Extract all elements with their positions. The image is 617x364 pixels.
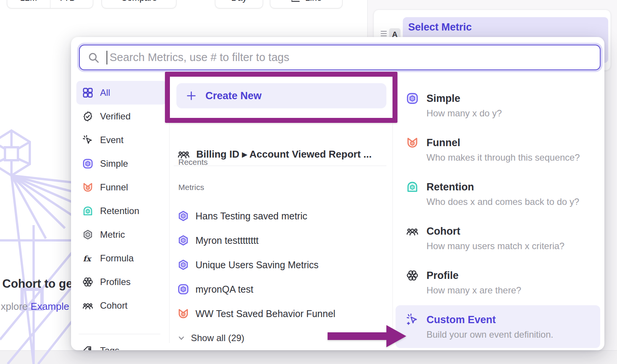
type-simple[interactable]: SimpleHow many x do y? [396, 76, 600, 121]
svg-text:fx: fx [83, 254, 92, 263]
type-profile[interactable]: ProfileHow many x are there? [396, 253, 600, 298]
compare-button[interactable]: Compare [102, 0, 176, 8]
cohort-people-icon [405, 225, 419, 238]
saved-metric-icon [177, 259, 189, 271]
profiles-flower-icon [82, 276, 94, 288]
empty-state-subtext: xplore Example R [1, 301, 79, 312]
retention-metric-icon [82, 205, 94, 217]
chevron-down-icon [177, 334, 186, 342]
section-divider [174, 166, 386, 166]
empty-state-heading: Cohort to ge [2, 277, 73, 291]
category-profiles[interactable]: Profiles [76, 270, 166, 294]
type-funnel[interactable]: FunnelWho makes it through this sequence… [396, 121, 600, 165]
bottom-section-background [0, 350, 617, 364]
metric-search-bar[interactable] [79, 45, 601, 70]
metric-item[interactable]: Myron testttttttt [177, 228, 391, 253]
simple-metric-icon [177, 283, 189, 295]
recent-item-label: Billing ID ▸ Account Viewed Report ... [196, 148, 371, 160]
saved-metric-icon [177, 234, 189, 246]
metric-picker-screen: Cohort to ge xplore Example R 12M YTD Co… [0, 0, 617, 364]
metric-item[interactable]: myronQA test [177, 277, 391, 301]
category-funnel[interactable]: Funnel [76, 176, 166, 199]
granularity-day-button[interactable]: Day [215, 0, 263, 8]
saved-metric-icon [177, 210, 189, 222]
category-retention[interactable]: Retention [76, 199, 166, 223]
sidebar-divider [79, 334, 160, 334]
type-custom-event[interactable]: Custom EventBuild your own event definit… [396, 298, 600, 342]
formula-icon: fx [82, 253, 94, 264]
type-cohort[interactable]: CohortHow many users match x criteria? [396, 209, 600, 253]
recent-item-billing[interactable]: Billing ID ▸ Account Viewed Report ... [177, 142, 371, 166]
chevron-down-icon [79, 0, 85, 1]
category-cohort[interactable]: Cohort [76, 294, 166, 317]
search-icon [87, 52, 100, 64]
cohort-people-icon [177, 148, 190, 161]
hexagon-metric-icon [82, 229, 94, 240]
event-cursor-icon [82, 134, 94, 146]
category-simple[interactable]: Simple [76, 152, 166, 176]
range-12m-button[interactable]: 12M [7, 0, 50, 8]
category-verified[interactable]: Verified [76, 105, 166, 128]
category-event[interactable]: Event [76, 128, 166, 152]
metric-item[interactable]: Unique Users Saving Metrics [177, 253, 391, 277]
select-metric-label: Select Metric [408, 21, 608, 33]
category-formula[interactable]: fx Formula [76, 246, 166, 270]
metric-type-list: SimpleHow many x do y? FunnelWho makes i… [396, 76, 600, 342]
search-input[interactable] [110, 51, 592, 64]
wireframe-illustration [0, 126, 73, 364]
funnel-metric-icon [405, 136, 419, 149]
annotation-arrow [327, 324, 408, 348]
simple-metric-icon [405, 92, 419, 105]
explore-text: xplore [1, 301, 31, 312]
funnel-metric-icon [82, 182, 94, 193]
cohort-people-icon [82, 300, 94, 311]
category-all[interactable]: All [76, 81, 166, 105]
category-tags[interactable]: Tags [76, 339, 166, 350]
funnel-metric-icon [177, 308, 189, 320]
tag-icon [82, 345, 94, 350]
metric-item[interactable]: Hans Testing saved metric [177, 204, 391, 228]
profiles-flower-icon [405, 269, 419, 282]
type-retention[interactable]: RetentionWho does x and comes back to do… [396, 165, 600, 209]
chart-type-line-button[interactable]: Line [270, 0, 342, 8]
range-ytd-button[interactable]: YTD [50, 0, 93, 8]
metric-item[interactable]: WW Test Saved Behavior Funnel [177, 301, 391, 326]
line-chart-icon [291, 0, 300, 3]
category-metric[interactable]: Metric [76, 223, 166, 246]
text-cursor [107, 51, 107, 64]
retention-metric-icon [405, 180, 419, 193]
annotation-highlight-box [165, 72, 397, 123]
category-sidebar: All Verified Event Simple Funnel Retenti… [76, 81, 166, 350]
simple-metric-icon [82, 158, 94, 169]
grid-icon [82, 87, 94, 98]
date-range-control: 12M YTD [7, 0, 93, 8]
metrics-header: Metrics [178, 183, 204, 192]
verified-badge-icon [82, 111, 94, 122]
